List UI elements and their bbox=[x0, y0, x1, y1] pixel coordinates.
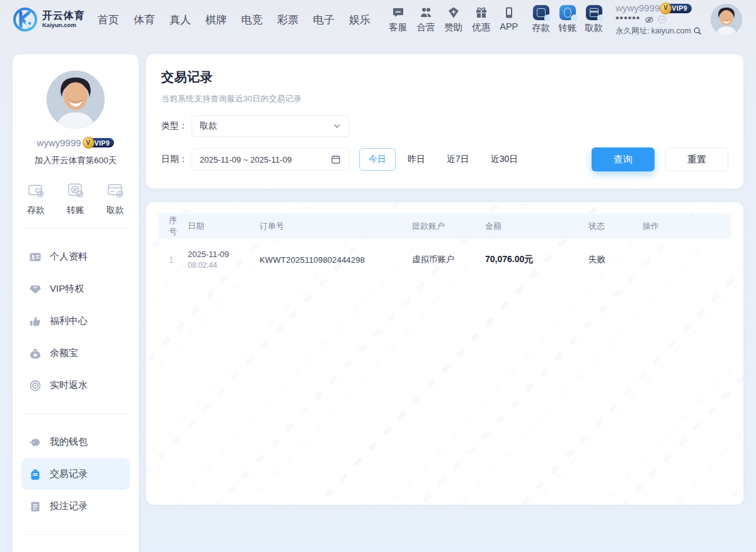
date-range-value: 2025-11-09 ~ 2025-11-09 bbox=[200, 155, 292, 164]
row-date: 2025-11-09 08:02:44 bbox=[184, 250, 255, 270]
nav-cards[interactable]: 棋牌 bbox=[205, 13, 227, 27]
date-label: 日期： bbox=[161, 154, 192, 165]
nav-sports[interactable]: 体育 bbox=[134, 13, 155, 27]
type-select[interactable]: 取款 bbox=[192, 115, 349, 137]
type-filter-row: 类型： 取款 bbox=[161, 115, 728, 137]
partner-menu-item[interactable]: 合营 bbox=[416, 6, 435, 33]
avatar-image bbox=[711, 4, 742, 35]
sidebar-menu-account: 个人资料 VIP特权 福利中心 余额宝 实时返水 bbox=[21, 241, 130, 401]
nav-slots[interactable]: 电子 bbox=[313, 13, 335, 27]
date-filter-row: 日期： 2025-11-09 ~ 2025-11-09 今日 昨日 近7日 近3… bbox=[161, 147, 728, 171]
site-label: 永久网址: bbox=[616, 26, 649, 36]
partners-icon bbox=[420, 6, 432, 19]
transfer-icon bbox=[559, 5, 576, 20]
sidebar-item-welfare[interactable]: 福利中心 bbox=[21, 305, 130, 337]
filter-actions: 查询 重置 bbox=[592, 147, 728, 171]
backpack-icon bbox=[29, 468, 42, 481]
sidebar-item-yuebao[interactable]: 余额宝 bbox=[21, 337, 130, 369]
quick-withdraw-button[interactable]: 取款 bbox=[106, 181, 125, 216]
deposit-icon bbox=[533, 5, 549, 20]
header-avatar[interactable] bbox=[711, 4, 742, 35]
sidebar-vip-badge: VIP9 bbox=[86, 138, 115, 147]
sidebar: wywy9999 VIP9 加入开云体育第600天 存款 转账 bbox=[13, 54, 139, 552]
gift-icon bbox=[475, 6, 488, 19]
id-card-icon bbox=[29, 251, 42, 263]
reset-button[interactable]: 重置 bbox=[665, 147, 728, 171]
top-header: 开云体育 Kaiyun.com 首页 体育 真人 棋牌 电竞 彩票 电子 娱乐 … bbox=[0, 0, 756, 39]
range-yesterday-button[interactable]: 昨日 bbox=[398, 148, 435, 171]
col-account: 提款账户 bbox=[412, 221, 485, 232]
quick-deposit-button[interactable]: 存款 bbox=[26, 181, 45, 216]
eye-off-icon[interactable] bbox=[644, 15, 654, 25]
nav-lottery[interactable]: 彩票 bbox=[277, 13, 299, 27]
deposit-button[interactable]: 存款 bbox=[532, 5, 550, 34]
row-no: 1 bbox=[159, 255, 184, 265]
type-select-value: 取款 bbox=[200, 120, 217, 132]
sidebar-item-redeem[interactable]: 兑奖记录 bbox=[21, 547, 130, 552]
range-today-button[interactable]: 今日 bbox=[359, 148, 396, 171]
nav-casino[interactable]: 娱乐 bbox=[349, 13, 370, 27]
quick-transfer-button[interactable]: 转账 bbox=[66, 181, 85, 216]
page-title: 交易记录 bbox=[161, 69, 728, 86]
username: wywy9999 bbox=[616, 3, 660, 13]
nav-esports[interactable]: 电竞 bbox=[241, 13, 263, 27]
row-status: 失败 bbox=[588, 254, 643, 265]
col-action: 操作 bbox=[643, 221, 731, 232]
transfer-button[interactable]: 转账 bbox=[558, 5, 576, 34]
row-order-no: KWWT20251109802444298 bbox=[255, 255, 412, 265]
top-nav: 首页 体育 真人 棋牌 电竞 彩票 电子 娱乐 bbox=[98, 13, 370, 27]
sidebar-item-transactions[interactable]: 交易记录 bbox=[21, 458, 130, 490]
brand-name: 开云体育 bbox=[42, 11, 85, 21]
search-button[interactable]: 查询 bbox=[592, 147, 655, 171]
col-order: 订单号 bbox=[255, 221, 412, 232]
sponsor-menu-item[interactable]: 赞助 bbox=[444, 6, 462, 33]
sidebar-item-bets[interactable]: 投注记录 bbox=[21, 490, 130, 522]
sidebar-avatar[interactable] bbox=[47, 71, 105, 129]
filter-panel: 交易记录 当前系统支持查询最近30日的交易记录 类型： 取款 日期： 2025-… bbox=[146, 54, 743, 188]
user-info[interactable]: wywy9999 VIP9 ****** 永久网址: kaiyun.com bbox=[616, 3, 702, 36]
divider bbox=[23, 228, 129, 229]
piggy-bank-icon bbox=[29, 436, 42, 449]
chevron-circle-icon[interactable] bbox=[658, 15, 667, 24]
type-label: 类型： bbox=[161, 120, 192, 132]
range-7days-button[interactable]: 近7日 bbox=[437, 148, 479, 171]
promo-menu-item[interactable]: 优惠 bbox=[472, 6, 490, 33]
kaiyun-logo-icon bbox=[13, 7, 38, 32]
brand-logo[interactable]: 开云体育 Kaiyun.com bbox=[13, 7, 85, 32]
col-no: 序号 bbox=[159, 215, 184, 238]
like-icon bbox=[29, 315, 42, 328]
withdraw-icon bbox=[586, 5, 602, 20]
sidebar-item-profile[interactable]: 个人资料 bbox=[21, 241, 130, 273]
masked-balance: ****** bbox=[616, 14, 640, 25]
sidebar-item-wallet[interactable]: 我的钱包 bbox=[21, 426, 130, 458]
rebate-target-icon bbox=[29, 379, 42, 392]
range-30days-button[interactable]: 近30日 bbox=[481, 148, 528, 171]
app-menu-item[interactable]: APP bbox=[500, 6, 518, 33]
sidebar-quick-actions: 存款 转账 取款 bbox=[21, 181, 130, 216]
divider bbox=[23, 413, 129, 414]
results-panel: 序号 日期 订单号 提款账户 金额 状态 操作 1 2025-11-09 08:… bbox=[146, 202, 743, 505]
site-url: kaiyun.com bbox=[651, 26, 691, 36]
joined-days: 加入开云体育第600天 bbox=[21, 155, 130, 166]
sidebar-menu-records: 我的钱包 交易记录 投注记录 bbox=[21, 426, 130, 522]
nav-live[interactable]: 真人 bbox=[169, 13, 191, 27]
gem-icon bbox=[29, 283, 42, 296]
avatar-image bbox=[47, 71, 105, 129]
col-date: 日期 bbox=[184, 221, 255, 232]
nav-home[interactable]: 首页 bbox=[98, 13, 119, 27]
chevron-down-icon bbox=[333, 122, 341, 130]
date-range-input[interactable]: 2025-11-09 ~ 2025-11-09 bbox=[192, 148, 349, 171]
sidebar-menu-misc: 兑奖记录 消息中心 99+ bbox=[21, 547, 130, 552]
row-amount: 70,076.00元 bbox=[485, 254, 588, 265]
money-pouch-icon bbox=[29, 347, 42, 360]
quick-range-group: 今日 昨日 近7日 近30日 bbox=[359, 148, 527, 171]
quick-menu: 客服 合营 赞助 优惠 APP bbox=[389, 6, 518, 33]
search-icon[interactable] bbox=[693, 26, 702, 35]
sidebar-item-rebate[interactable]: 实时返水 bbox=[21, 369, 130, 401]
card-outline-icon bbox=[106, 181, 125, 199]
withdraw-button[interactable]: 取款 bbox=[585, 5, 603, 34]
support-menu-item[interactable]: 客服 bbox=[389, 6, 407, 33]
sidebar-item-vip[interactable]: VIP特权 bbox=[21, 273, 130, 305]
sidebar-username: wywy9999 bbox=[37, 137, 81, 148]
sponsor-icon bbox=[447, 6, 460, 19]
